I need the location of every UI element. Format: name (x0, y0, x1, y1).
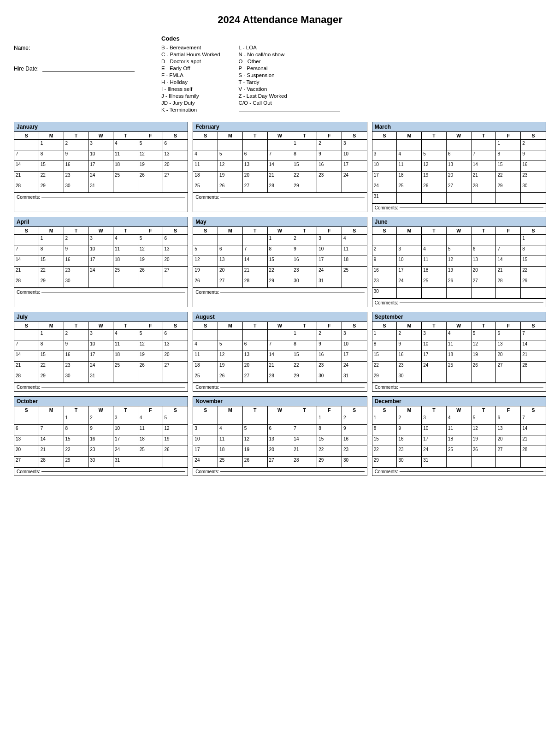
calendar-day-cell: 24 (88, 267, 113, 277)
calendar-september: SeptemberSMTWTFS123456789101112131415161… (372, 312, 546, 392)
calendar-week-row: 12 (193, 414, 366, 425)
day-header-cell: T (292, 322, 317, 329)
calendar-day-cell (521, 372, 546, 382)
calendar-comments: Comments: (372, 467, 546, 476)
day-header-cell: S (163, 227, 188, 234)
calendar-day-cell: 22 (521, 267, 546, 277)
calendar-day-cell: 19 (193, 267, 218, 277)
calendar-day-cell: 7 (292, 425, 317, 435)
calendar-day-cell (138, 457, 163, 467)
calendar-day-cell: 20 (447, 172, 472, 182)
calendar-day-cell: 29 (372, 372, 397, 382)
day-header-cell: M (39, 132, 64, 139)
calendar-day-cell: 27 (163, 362, 188, 372)
calendar-day-cell: 24 (342, 362, 367, 372)
calendar-days-header: SMTWTFS (193, 227, 366, 235)
calendar-day-cell (372, 235, 397, 245)
calendar-days-header: SMTWTFS (14, 227, 188, 235)
calendar-day-cell: 9 (372, 256, 397, 266)
calendar-day-cell (14, 235, 39, 245)
name-label: Name: (14, 45, 30, 51)
day-header-cell: W (268, 227, 293, 234)
calendar-day-cell: 26 (243, 457, 268, 467)
calendar-day-cell (447, 140, 472, 150)
calendar-day-cell: 12 (193, 256, 218, 266)
calendar-day-cell: 28 (14, 182, 39, 192)
calendar-day-cell: 9 (317, 340, 342, 351)
calendar-day-cell: 13 (243, 161, 268, 171)
calendar-week-row: 78910111213 (14, 340, 188, 351)
calendar-day-cell: 30 (342, 457, 367, 467)
calendar-day-cell (422, 193, 447, 203)
calendar-day-cell (138, 277, 163, 287)
code-item: T - Tardy (239, 79, 340, 85)
calendar-day-cell: 31 (88, 372, 113, 382)
calendar-day-cell: 1 (64, 414, 89, 424)
calendar-day-cell: 24 (317, 267, 342, 277)
day-header-cell: S (14, 227, 39, 234)
calendar-day-cell: 29 (292, 182, 317, 192)
day-header-cell: M (397, 322, 422, 329)
calendar-day-cell (218, 330, 243, 340)
calendar-day-cell: 18 (342, 256, 367, 266)
day-header-cell: S (163, 132, 188, 139)
comments-line (400, 303, 543, 303)
calendar-week-row: 17181920212223 (193, 446, 366, 457)
calendar-day-cell: 20 (163, 351, 188, 361)
calendar-day-cell (447, 235, 472, 245)
calendar-day-cell: 28 (292, 457, 317, 467)
calendar-week-row: 123 (193, 330, 366, 340)
calendar-day-cell: 14 (268, 351, 293, 361)
calendar-day-cell: 10 (372, 161, 397, 171)
calendar-day-cell (447, 288, 472, 298)
calendar-day-cell: 2 (317, 330, 342, 340)
calendar-week-row: 567891011 (193, 245, 366, 256)
calendar-day-cell: 28 (14, 372, 39, 382)
day-header-cell: S (521, 406, 546, 414)
calendar-day-cell: 17 (317, 256, 342, 266)
calendar-day-cell: 16 (64, 161, 89, 171)
calendar-day-cell: 6 (163, 330, 188, 340)
calendar-comments: Comments: (14, 383, 188, 391)
calendar-march: MarchSMTWTFS1234567891011121314151617181… (372, 122, 546, 212)
calendar-day-cell: 31 (422, 457, 447, 467)
calendar-day-cell: 3 (397, 245, 422, 256)
day-header-cell: S (521, 132, 546, 139)
calendar-day-cell: 8 (268, 245, 293, 256)
calendar-week-row: 21222324252627 (14, 172, 188, 182)
calendar-month-header: December (372, 397, 546, 406)
left-info: Name: Hire Date: (14, 35, 152, 113)
calendar-day-cell: 7 (521, 414, 546, 424)
calendar-day-cell: 1 (521, 235, 546, 245)
day-header-cell: S (521, 322, 546, 329)
calendar-week-row: 15161718192021 (372, 351, 546, 362)
day-header-cell: T (113, 227, 138, 234)
calendar-days-header: SMTWTFS (372, 227, 546, 235)
day-header-cell: S (342, 132, 367, 139)
day-header-cell: M (218, 132, 243, 139)
day-header-cell: S (372, 132, 397, 139)
calendar-day-cell: 15 (372, 351, 397, 361)
calendar-day-cell: 11 (397, 161, 422, 171)
calendar-day-cell: 8 (372, 425, 397, 435)
calendar-day-cell: 10 (193, 435, 218, 446)
calendar-day-cell: 1 (268, 235, 293, 245)
calendar-day-cell: 30 (372, 288, 397, 298)
calendar-days-header: SMTWTFS (14, 406, 188, 414)
calendar-day-cell: 10 (422, 340, 447, 351)
calendar-day-cell: 3 (342, 330, 367, 340)
calendar-day-cell: 21 (292, 446, 317, 456)
calendar-week-row: 891011121314 (372, 425, 546, 435)
calendar-day-cell (472, 140, 496, 150)
calendar-day-cell: 18 (113, 161, 138, 171)
calendar-day-cell: 3 (88, 330, 113, 340)
calendar-day-cell (496, 193, 521, 203)
calendar-day-cell: 27 (472, 277, 496, 287)
day-header-cell: S (372, 406, 397, 414)
calendar-week-row: 11121314151617 (193, 351, 366, 362)
calendar-day-cell (14, 330, 39, 340)
calendar-day-cell: 26 (193, 277, 218, 287)
calendar-day-cell: 6 (163, 235, 188, 245)
hire-date-label: Hire Date: (14, 65, 39, 72)
calendar-day-cell: 7 (268, 150, 293, 161)
